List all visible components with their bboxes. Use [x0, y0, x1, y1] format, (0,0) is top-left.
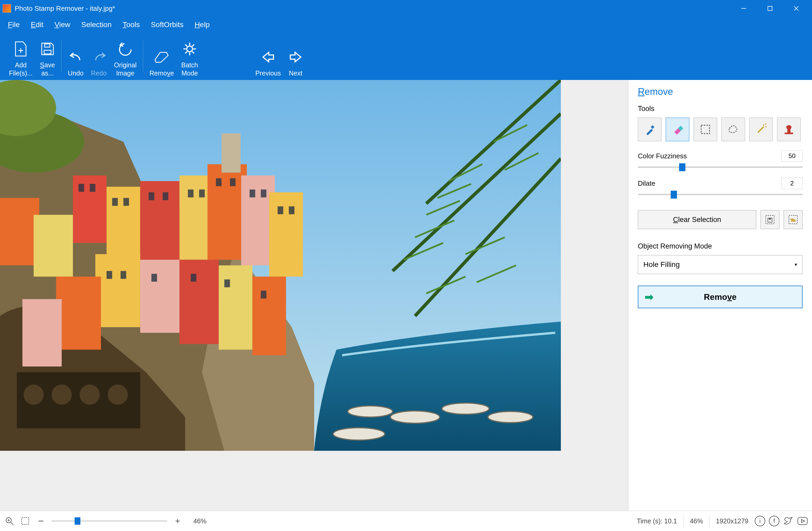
- dilate-slider[interactable]: [638, 189, 802, 200]
- menu-tools[interactable]: Tools: [123, 20, 140, 29]
- svg-rect-27: [107, 187, 140, 260]
- svg-rect-90: [769, 218, 771, 220]
- svg-rect-80: [701, 125, 710, 134]
- canvas-area[interactable]: [0, 80, 628, 511]
- svg-rect-46: [163, 192, 168, 200]
- mode-dropdown[interactable]: Hole Filling ▾: [638, 255, 802, 274]
- svg-line-94: [11, 522, 13, 525]
- svg-rect-25: [0, 198, 39, 265]
- remove-button-label: Remove: [704, 292, 737, 302]
- svg-rect-58: [191, 274, 196, 282]
- image-canvas[interactable]: [0, 80, 561, 451]
- menu-softorbits[interactable]: SoftOrbits: [151, 20, 183, 29]
- undo-button[interactable]: Undo: [64, 35, 87, 77]
- svg-point-9: [187, 46, 192, 52]
- menu-help[interactable]: Help: [195, 20, 210, 29]
- zoom-percent-right: 46%: [690, 517, 703, 525]
- close-button[interactable]: [783, 0, 809, 17]
- youtube-icon[interactable]: [797, 516, 808, 526]
- panel-title: Remove: [638, 86, 802, 97]
- svg-rect-53: [278, 207, 283, 214]
- redo-button[interactable]: Redo: [87, 35, 110, 77]
- menu-file[interactable]: File: [8, 20, 20, 29]
- svg-rect-86: [787, 129, 791, 132]
- zoom-tool-icon[interactable]: [4, 516, 15, 526]
- tool-marker[interactable]: [638, 117, 662, 141]
- mode-value: Hole Filling: [643, 260, 680, 269]
- svg-rect-40: [221, 133, 241, 173]
- batch-mode-button[interactable]: BatchMode: [178, 35, 202, 77]
- zoom-out-button[interactable]: −: [36, 516, 46, 526]
- arrow-right-icon: ➡: [645, 291, 654, 303]
- next-button[interactable]: Next: [285, 35, 307, 77]
- svg-point-20: [24, 385, 44, 405]
- tool-rectangle-select[interactable]: [694, 117, 717, 141]
- original-image-button[interactable]: OriginalImage: [110, 35, 140, 77]
- app-icon: [3, 4, 11, 13]
- load-selection-button[interactable]: [784, 210, 802, 229]
- previous-button[interactable]: Previous: [252, 35, 285, 77]
- menu-edit[interactable]: Edit: [31, 20, 43, 29]
- menu-selection[interactable]: Selection: [82, 20, 112, 29]
- dilate-value[interactable]: 2: [782, 178, 802, 189]
- batch-mode-label: BatchMode: [181, 61, 198, 78]
- color-fuzziness-value[interactable]: 50: [782, 150, 802, 162]
- right-panel: Remove Tools Color Fuzziness 50 Dilate 2…: [628, 80, 812, 511]
- chevron-down-icon: ▾: [795, 262, 797, 267]
- svg-rect-59: [224, 279, 230, 287]
- zoom-percent-left: 46%: [193, 517, 206, 525]
- save-as-button[interactable]: Saveas...: [36, 35, 59, 77]
- svg-rect-47: [188, 190, 193, 197]
- clear-selection-button[interactable]: Clear Selection: [638, 210, 756, 229]
- svg-rect-51: [249, 190, 255, 197]
- info-icon[interactable]: i: [755, 516, 765, 526]
- tool-magic-wand[interactable]: [749, 117, 773, 141]
- arrow-right-icon: [288, 50, 303, 65]
- mode-label: Object Removing Mode: [638, 242, 802, 250]
- save-selection-button[interactable]: [760, 210, 780, 229]
- svg-point-75: [442, 403, 489, 414]
- svg-rect-36: [219, 265, 252, 350]
- window-title: Photo Stamp Remover - italy.jpg*: [15, 4, 730, 13]
- save-as-label: Saveas...: [40, 61, 55, 78]
- svg-rect-50: [230, 178, 235, 186]
- add-files-button[interactable]: AddFile(s)...: [5, 35, 36, 77]
- svg-rect-45: [149, 192, 154, 200]
- tool-stamp[interactable]: [777, 117, 801, 141]
- menu-view[interactable]: View: [54, 20, 70, 29]
- svg-rect-30: [207, 164, 247, 260]
- svg-line-17: [185, 52, 187, 53]
- color-fuzziness-slider[interactable]: [638, 162, 802, 172]
- zoom-in-button[interactable]: +: [172, 516, 183, 526]
- original-image-label: OriginalImage: [114, 61, 136, 78]
- svg-rect-41: [78, 184, 84, 192]
- remove-button[interactable]: ➡ Remove: [638, 285, 802, 308]
- minimize-button[interactable]: [730, 0, 757, 17]
- dilate-label: Dilate: [638, 179, 655, 187]
- tool-magic-erase[interactable]: [666, 117, 689, 141]
- svg-rect-6: [44, 50, 51, 54]
- twitter-icon[interactable]: [783, 516, 794, 526]
- add-file-icon: [13, 42, 28, 56]
- fit-screen-icon[interactable]: [20, 516, 30, 526]
- svg-rect-38: [56, 277, 101, 350]
- remove-toolbar-button[interactable]: Remove: [146, 35, 178, 77]
- svg-rect-43: [112, 198, 118, 206]
- zoom-slider[interactable]: [52, 516, 167, 526]
- redo-icon: [91, 50, 106, 65]
- maximize-button[interactable]: [757, 0, 783, 17]
- svg-rect-44: [124, 198, 129, 206]
- svg-rect-54: [289, 207, 294, 214]
- titlebar: Photo Stamp Remover - italy.jpg*: [0, 0, 812, 17]
- svg-line-14: [185, 44, 187, 46]
- gear-icon: [182, 42, 197, 56]
- svg-point-21: [52, 385, 72, 405]
- facebook-icon[interactable]: f: [769, 516, 780, 526]
- tool-lasso-select[interactable]: [721, 117, 745, 141]
- svg-rect-56: [120, 271, 126, 279]
- svg-rect-78: [646, 129, 653, 135]
- svg-point-23: [108, 385, 128, 405]
- svg-rect-97: [22, 518, 29, 525]
- status-time: Time (s): 10.1: [637, 517, 677, 525]
- svg-rect-33: [96, 254, 140, 327]
